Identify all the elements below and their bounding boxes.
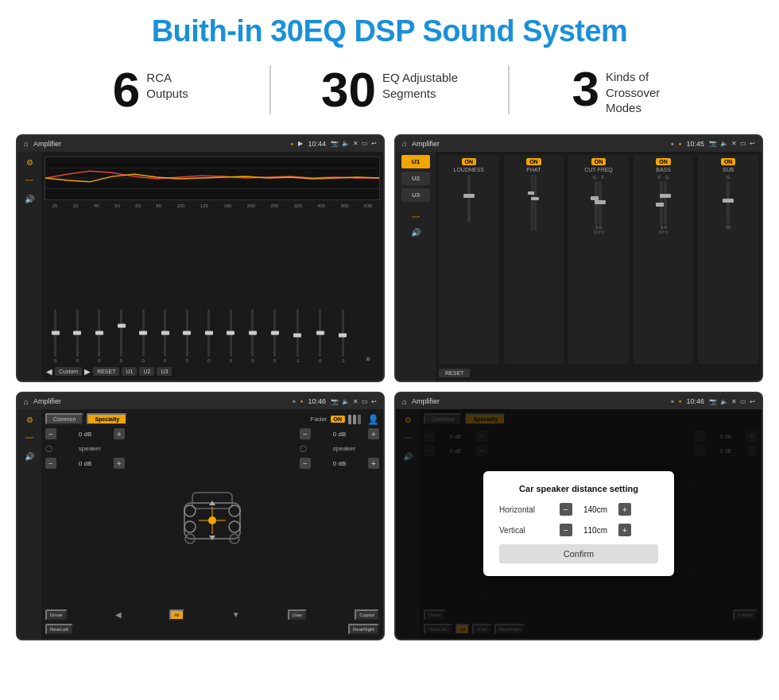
prev-icon[interactable]: ◀ [46, 367, 52, 376]
eq-slider-track[interactable] [319, 309, 321, 357]
eq-wave-icon[interactable]: 〰 [25, 176, 33, 185]
loudness-on-badge[interactable]: ON [462, 158, 477, 165]
play-icon-2[interactable]: ▶ [84, 367, 91, 376]
btn-rearleft[interactable]: RearLeft [45, 624, 73, 635]
bass-slider-g[interactable] [664, 181, 667, 225]
eq-filter-icon[interactable]: ⚙ [26, 158, 33, 167]
eq-preset-custom[interactable]: Custom [55, 367, 82, 376]
bass-on-badge[interactable]: ON [656, 158, 671, 165]
minus-btn-tr[interactable]: − [300, 428, 311, 439]
eq-main: 25 32 40 50 63 80 100 125 160 200 250 32… [41, 152, 383, 381]
screenshots-grid: ⌂ Amplifier ● ▶ 10:44 📷 🔈 ✕ ▭ ↩ ⚙ 〰 🔊 [0, 128, 779, 652]
plus-btn-tl[interactable]: + [114, 428, 125, 439]
eq-slider-track[interactable] [54, 309, 56, 357]
eq-slider-track[interactable] [251, 309, 254, 357]
horizontal-minus-btn[interactable]: − [560, 503, 572, 516]
cross-filter-icon[interactable]: ⚙ [26, 416, 33, 424]
minus-btn-tl[interactable]: − [45, 428, 56, 439]
camera-icon-4: 📷 [709, 398, 717, 405]
eq-slider-track[interactable] [98, 309, 100, 357]
eq-u1-btn[interactable]: U1 [122, 367, 137, 376]
back-icon-3: ↩ [371, 398, 377, 405]
sub-slider[interactable] [727, 181, 730, 225]
eq-slider-track[interactable] [76, 309, 79, 357]
amp-volume-icon[interactable]: 🔊 [411, 228, 421, 237]
topbar-icons-amp: 📷 🔈 ✕ ▭ ↩ [709, 140, 755, 147]
dot2-icon-4: ● [679, 399, 682, 404]
screen-amp-topbar: ⌂ Amplifier ■ ● 10:45 📷 🔈 ✕ ▭ ↩ [396, 136, 762, 152]
horizontal-plus-btn[interactable]: + [618, 503, 631, 516]
eq-slider-col: 0 [54, 309, 56, 363]
loudness-slider[interactable] [467, 175, 471, 222]
eq-slider-track[interactable] [296, 309, 299, 357]
phat-on-badge[interactable]: ON [526, 158, 541, 165]
minus-btn-br[interactable]: − [300, 458, 311, 469]
tab-specialty[interactable]: Specialty [87, 413, 127, 425]
btn-copilot[interactable]: Copilot [355, 609, 379, 621]
fader-on-badge[interactable]: ON [331, 416, 346, 423]
left-arrow[interactable]: ◀ [115, 610, 122, 619]
eq-slider-track[interactable] [342, 309, 344, 357]
amp-u3-btn[interactable]: U3 [401, 188, 430, 202]
btn-rearright[interactable]: RearRight [348, 624, 379, 635]
dialog-horizontal-stepper[interactable]: − 140cm + [560, 503, 631, 516]
confirm-button[interactable]: Confirm [499, 544, 658, 563]
dialog-horizontal-row: Horizontal − 140cm + [499, 503, 658, 516]
cutfreq-on-badge[interactable]: ON [591, 158, 607, 165]
dialog-vertical-stepper[interactable]: − 110cm + [560, 524, 631, 536]
btn-user[interactable]: User [288, 609, 308, 621]
btn-all[interactable]: All [169, 609, 184, 621]
eq-slider-track[interactable] [230, 309, 232, 357]
vertical-minus-btn[interactable]: − [560, 524, 572, 536]
cross-wave-icon[interactable]: 〰 [25, 434, 33, 443]
plus-btn-bl[interactable]: + [114, 458, 125, 469]
eq-slider-val: 0 [76, 358, 79, 363]
amp-u2-btn[interactable]: U2 [401, 172, 430, 185]
bass-slider-f[interactable] [660, 181, 663, 225]
eq-slider-track[interactable] [164, 309, 166, 357]
btn-driver[interactable]: Driver [45, 609, 68, 621]
svg-point-8 [229, 505, 240, 516]
screen-dialog-body: ⚙ 〰 🔊 Common Specialty − 0 dB + [396, 409, 762, 639]
eq-reset-btn[interactable]: RESET [93, 367, 119, 376]
eq-slider-val: -1 [295, 358, 299, 363]
amp-wave-icon[interactable]: 〰 [412, 213, 420, 222]
eq-u3-btn[interactable]: U3 [157, 367, 172, 376]
freq-label: 250 [270, 203, 278, 208]
camera-icon-3: 📷 [331, 398, 339, 405]
expand-icon[interactable]: » [366, 354, 370, 363]
cutfreq-slider-f[interactable] [599, 181, 602, 225]
eq-slider-col: 0 [273, 309, 276, 363]
eq-slider-col: 0 [164, 309, 166, 363]
sub-on-badge[interactable]: ON [721, 158, 736, 165]
dialog-vertical-row: Vertical − 110cm + [499, 524, 658, 536]
loudness-label: LOUDNESS [454, 167, 485, 172]
amp-u1-btn[interactable]: U1 [401, 155, 430, 168]
stat-crossover: 3 Kinds ofCrossover Modes [510, 64, 747, 116]
cutfreq-label: CUT FREQ [584, 167, 613, 172]
eq-u2-btn[interactable]: U2 [139, 367, 154, 376]
amp-reset-btn[interactable]: RESET [439, 369, 470, 377]
plus-btn-tr[interactable]: + [368, 428, 379, 439]
eq-volume-icon[interactable]: 🔊 [25, 195, 34, 203]
screen-dialog-time: 10:46 [686, 397, 704, 405]
freq-label: 320 [294, 203, 302, 208]
freq-label: 80 [156, 203, 161, 208]
eq-slider-track[interactable] [142, 309, 145, 357]
close-icon-2: ✕ [731, 140, 737, 147]
freq-label: 125 [200, 203, 208, 208]
eq-slider-track[interactable] [273, 309, 276, 357]
minus-btn-bl[interactable]: − [45, 458, 56, 469]
vertical-plus-btn[interactable]: + [618, 524, 631, 536]
camera-icon-2: 📷 [709, 140, 717, 147]
cross-vol-icon[interactable]: 🔊 [25, 452, 34, 461]
eq-slider-col: 0 [251, 309, 254, 363]
eq-slider-track[interactable] [207, 309, 210, 357]
eq-slider-track[interactable] [120, 309, 122, 357]
dot-icon-3: ■ [293, 399, 296, 404]
tab-common[interactable]: Common [45, 413, 83, 425]
eq-slider-track[interactable] [186, 309, 188, 357]
plus-btn-br[interactable]: + [368, 458, 379, 469]
window-icon-2: ▭ [740, 140, 746, 147]
down-arrow[interactable]: ▼ [232, 610, 240, 619]
